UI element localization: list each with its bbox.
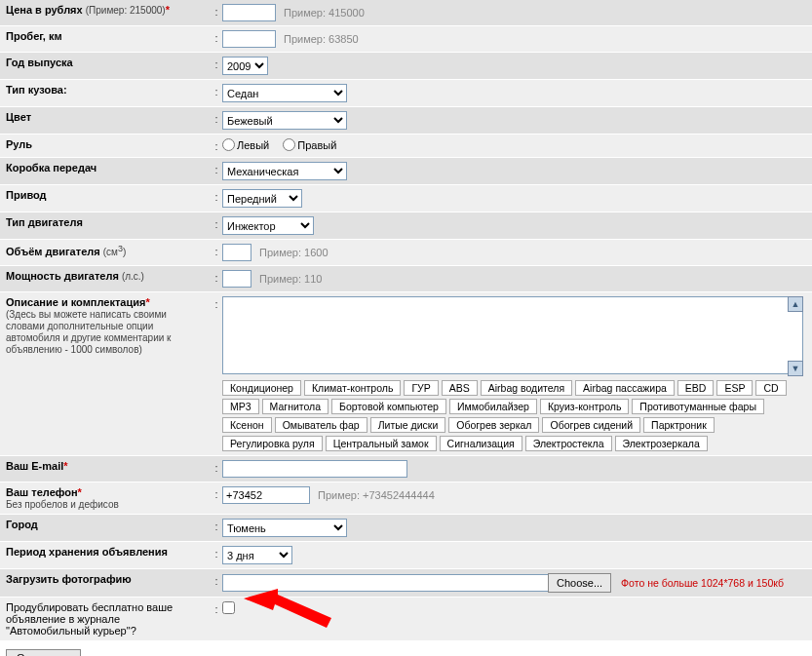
tag-option[interactable]: Противотуманные фары bbox=[632, 399, 764, 414]
tag-option[interactable]: Обогрев сидений bbox=[542, 417, 640, 433]
row-power: Мощность двигателя (л.с.) : Пример: 110 bbox=[0, 266, 812, 292]
tag-option[interactable]: Парктроник bbox=[643, 417, 715, 433]
choose-file-button[interactable]: Choose... bbox=[548, 573, 611, 593]
tag-option[interactable]: Сигнализация bbox=[440, 436, 522, 451]
tag-option[interactable]: MP3 bbox=[222, 399, 259, 414]
input-power[interactable] bbox=[222, 270, 251, 288]
checkbox-duplicate[interactable] bbox=[222, 601, 235, 614]
label-engine-vol: Объём двигателя bbox=[6, 246, 103, 257]
row-photo: Загрузить фотографию : Choose... Фото не… bbox=[0, 569, 812, 598]
tag-option[interactable]: ГУР bbox=[404, 380, 438, 396]
submit-button[interactable]: Отправить bbox=[6, 649, 81, 656]
textarea-desc[interactable] bbox=[222, 296, 803, 374]
row-desc: Описание и комплектация*(Здесь вы можете… bbox=[0, 292, 812, 456]
tag-option[interactable]: Обогрев зеркал bbox=[448, 417, 539, 433]
row-submit: Отправить bbox=[0, 641, 812, 656]
select-year[interactable]: 2009 bbox=[222, 57, 268, 75]
hint-engine-vol: Пример: 1600 bbox=[259, 247, 329, 258]
hint-power: Пример: 110 bbox=[259, 273, 322, 285]
label-duplicate: Продублировать бесплатно ваше объявление… bbox=[6, 601, 173, 637]
label-mileage: Пробег, км bbox=[6, 30, 62, 42]
label-body: Тип кузова: bbox=[6, 84, 67, 96]
input-file-path[interactable] bbox=[222, 574, 549, 592]
scroll-up-icon[interactable]: ▲ bbox=[788, 296, 803, 312]
label-power: Мощность двигателя bbox=[6, 270, 122, 282]
row-color: Цвет : Бежевый bbox=[0, 107, 812, 135]
tag-option[interactable]: Омыватель фар bbox=[275, 417, 367, 433]
hint-price: Пример: 415000 bbox=[284, 7, 365, 19]
select-gearbox[interactable]: Механическая bbox=[222, 162, 347, 180]
input-email[interactable] bbox=[222, 460, 407, 478]
input-engine-vol[interactable] bbox=[222, 244, 251, 261]
radio-wheel-left[interactable] bbox=[222, 138, 235, 151]
hint-mileage: Пример: 63850 bbox=[284, 33, 359, 45]
tag-option[interactable]: ESP bbox=[716, 380, 753, 396]
label-drive: Привод bbox=[6, 189, 47, 201]
label-city: Город bbox=[6, 519, 38, 530]
tag-option[interactable]: Центральный замок bbox=[326, 436, 437, 451]
tag-option[interactable]: Регулировка руля bbox=[222, 436, 323, 451]
select-drive[interactable]: Передний bbox=[222, 189, 302, 208]
label-price: Цена в рублях bbox=[6, 4, 83, 16]
label-photo: Загрузить фотографию bbox=[6, 573, 132, 585]
input-price[interactable] bbox=[222, 4, 276, 21]
label-color: Цвет bbox=[6, 111, 31, 123]
row-city: Город : Тюмень bbox=[0, 515, 812, 542]
row-mileage: Пробег, км : Пример: 63850 bbox=[0, 26, 812, 53]
select-period[interactable]: 3 дня bbox=[222, 546, 292, 564]
select-city[interactable]: Тюмень bbox=[222, 519, 347, 537]
tag-option[interactable]: Круиз-контроль bbox=[540, 399, 629, 414]
select-engine-type[interactable]: Инжектор bbox=[222, 216, 314, 235]
tag-option[interactable]: EBD bbox=[677, 380, 715, 396]
tag-option[interactable]: Литые диски bbox=[370, 417, 446, 433]
tag-option[interactable]: Airbag пассажира bbox=[575, 380, 675, 396]
row-engine-type: Тип двигателя : Инжектор bbox=[0, 212, 812, 240]
row-drive: Привод : Передний bbox=[0, 185, 812, 212]
hint-phone: Пример: +73452444444 bbox=[318, 489, 435, 501]
scroll-down-icon[interactable]: ▼ bbox=[788, 361, 803, 376]
input-phone[interactable] bbox=[222, 486, 310, 504]
tag-option[interactable]: Ксенон bbox=[222, 417, 272, 433]
row-duplicate: Продублировать бесплатно ваше объявление… bbox=[0, 598, 812, 641]
row-price: Цена в рублях (Пример: 215000)* : Пример… bbox=[0, 0, 812, 26]
file-note: Фото не больше 1024*768 и 150кб bbox=[621, 577, 784, 589]
row-period: Период хранения объявления : 3 дня bbox=[0, 542, 812, 569]
tag-option[interactable]: ABS bbox=[442, 380, 478, 396]
label-engine-type: Тип двигателя bbox=[6, 216, 83, 228]
row-engine-vol: Объём двигателя (см3) : Пример: 1600 bbox=[0, 240, 812, 266]
label-phone: Ваш телефон bbox=[6, 486, 78, 498]
row-phone: Ваш телефон*Без пробелов и дефисов : При… bbox=[0, 482, 812, 515]
select-color[interactable]: Бежевый bbox=[222, 111, 347, 130]
radio-wheel-right[interactable] bbox=[283, 138, 295, 151]
tag-option[interactable]: Кондиционер bbox=[222, 380, 301, 396]
row-year: Год выпуска : 2009 bbox=[0, 53, 812, 80]
label-period: Период хранения объявления bbox=[6, 546, 168, 558]
label-gearbox: Коробка передач bbox=[6, 162, 97, 174]
row-gearbox: Коробка передач : Механическая bbox=[0, 158, 812, 185]
tag-option[interactable]: Электрозеркала bbox=[615, 436, 708, 451]
tag-option[interactable]: CD bbox=[755, 380, 786, 396]
tag-option[interactable]: Иммобилайзер bbox=[449, 399, 537, 414]
tag-option[interactable]: Airbag водителя bbox=[481, 380, 572, 396]
label-email: Ваш E-mail bbox=[6, 460, 63, 472]
label-year: Год выпуска bbox=[6, 57, 73, 68]
tag-option[interactable]: Магнитола bbox=[262, 399, 329, 414]
row-wheel: Руль : Левый Правый bbox=[0, 135, 812, 158]
input-mileage[interactable] bbox=[222, 30, 276, 48]
label-desc: Описание и комплектация bbox=[6, 296, 145, 308]
row-email: Ваш E-mail* : bbox=[0, 456, 812, 482]
tags-container: КондиционерКлимат-контрольГУРABSAirbag в… bbox=[222, 380, 803, 451]
tag-option[interactable]: Бортовой компьютер bbox=[331, 399, 446, 414]
label-wheel: Руль bbox=[6, 138, 32, 150]
tag-option[interactable]: Климат-контроль bbox=[304, 380, 401, 396]
row-body: Тип кузова: : Седан bbox=[0, 80, 812, 107]
tag-option[interactable]: Электростекла bbox=[525, 436, 612, 451]
select-body[interactable]: Седан bbox=[222, 84, 347, 102]
